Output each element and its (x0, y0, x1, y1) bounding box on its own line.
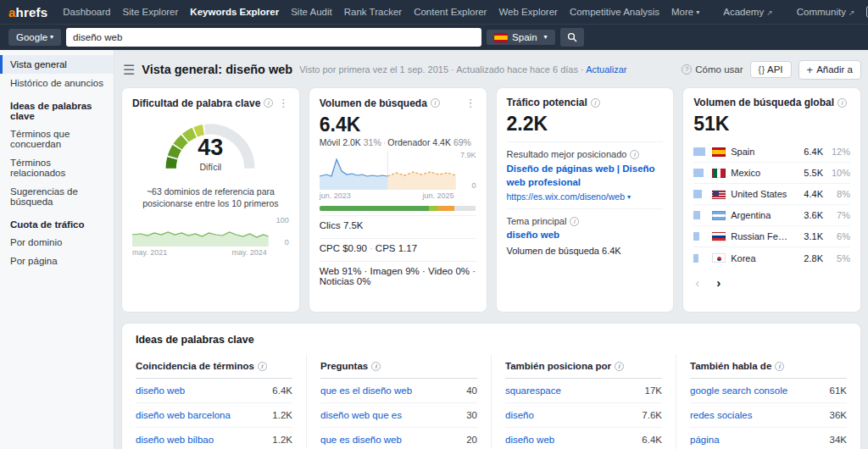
plus-icon (807, 64, 814, 76)
info-icon[interactable] (775, 362, 784, 371)
sidebar-item-matching-terms[interactable]: Términos que concuerdan (0, 125, 114, 153)
parent-topic-label: Tema principal (507, 216, 664, 226)
table-row: diseño web barcelona1.2K (136, 403, 292, 428)
divider (507, 141, 664, 142)
keyword-link[interactable]: página (690, 435, 720, 445)
card-title: Dificultad de palabra clave (132, 97, 260, 109)
country-name[interactable]: Mexico (731, 168, 789, 178)
sidebar-item-ads-history[interactable]: Histórico de anuncios (0, 74, 114, 92)
keyword-link[interactable]: diseño web (136, 385, 185, 396)
country-dropdown[interactable]: Spain (487, 30, 554, 45)
menu-icon[interactable] (123, 62, 135, 78)
table-row: diseño web6.4K (136, 379, 292, 403)
api-button[interactable]: API (750, 61, 792, 78)
keyword-link[interactable]: diseño web (505, 435, 554, 445)
keyword-link[interactable]: google search console (690, 385, 787, 396)
main-content: Vista general: diseño web Visto por prim… (114, 50, 868, 449)
info-icon[interactable] (837, 98, 847, 108)
search-volume-value: 6.4K (320, 114, 476, 136)
keyword-difficulty-card: Dificultad de palabra clave 43 (121, 87, 300, 313)
spain-flag-icon (494, 33, 508, 42)
russia-flag-icon (712, 232, 726, 241)
cpc-cps-row: CPC $0.90·CPS 1.17 (320, 238, 476, 257)
nav-item-competitive-analysis[interactable]: Competitive Analysis (570, 7, 659, 17)
spain-flag-icon (712, 147, 726, 157)
keyword-link[interactable]: redes sociales (690, 410, 753, 420)
info-icon[interactable] (591, 98, 600, 108)
info-icon[interactable] (264, 98, 273, 108)
prev-page-icon[interactable]: ‹ (695, 276, 699, 289)
refresh-link[interactable]: Actualizar (586, 64, 626, 75)
question-icon (682, 64, 692, 75)
united-states-flag-icon (712, 190, 726, 199)
keyword-link[interactable]: que es diseño web (320, 435, 402, 445)
code-braces-icon (759, 64, 764, 75)
parent-topic-link[interactable]: diseño web (507, 230, 560, 240)
keyword-link[interactable]: diseño web bilbao (136, 435, 214, 445)
sidebar-item-overview[interactable]: Vista general (0, 55, 114, 74)
sidebar-section-traffic-share: Cuota de tráfico (0, 211, 114, 233)
nav-item-site-explorer[interactable]: Site Explorer (123, 7, 179, 17)
sidebar-item-search-suggestions[interactable]: Sugerencias de búsqueda (0, 182, 114, 211)
keyword-search-bar: Google Spain (0, 24, 868, 50)
info-icon[interactable] (258, 362, 267, 371)
country-name[interactable]: United States (731, 189, 789, 199)
traffic-potential-card: Tráfico potencial 2.2K Resultado mejor p… (496, 87, 675, 313)
nav-item-more[interactable]: More (671, 7, 699, 17)
keyword-link[interactable]: que es el diseño web (320, 385, 412, 396)
ahrefs-logo[interactable]: ahrefs (8, 5, 47, 19)
nav-item-site-audit[interactable]: Site Audit (291, 7, 332, 17)
card-menu-icon[interactable] (278, 97, 289, 109)
keyword-link[interactable]: diseño (505, 410, 534, 420)
column-also-talks-about: También habla de google search console61… (676, 354, 860, 449)
top-result-url-link[interactable]: https://es.wix.com/diseno/web (507, 191, 664, 202)
page-title: Vista general: diseño web (142, 63, 292, 76)
nav-item-web-explorer[interactable]: Web Explorer (498, 7, 557, 17)
device-split: Móvil 2.0K 31%·Ordenador 4.4K 69% (320, 137, 476, 147)
top-result-title-link[interactable]: Diseño de páginas web | Diseño web profe… (507, 163, 664, 189)
keyword-link[interactable]: squarespace (505, 385, 561, 396)
keyword-ideas-title: Ideas de palabras clave (122, 324, 860, 354)
nav-item-dashboard[interactable]: Dashboard (63, 7, 110, 17)
country-name[interactable]: Russian Federation (731, 231, 789, 241)
info-icon[interactable] (570, 217, 579, 226)
card-menu-icon[interactable] (465, 97, 476, 109)
keyword-link[interactable]: diseño web barcelona (136, 410, 231, 420)
how-to-use-button[interactable]: Cómo usar (682, 64, 743, 75)
next-page-icon[interactable]: › (716, 276, 721, 289)
nav-item-rank-tracker[interactable]: Rank Tracker (344, 7, 402, 17)
search-engine-dropdown[interactable]: Google (8, 29, 61, 46)
clicks-row[interactable]: Clics 7.5K (320, 215, 476, 234)
info-icon[interactable] (371, 362, 381, 371)
country-name[interactable]: Argentina (731, 210, 789, 220)
page-subtitle: Visto por primera vez el 1 sep. 2015 · A… (299, 64, 626, 75)
nav-item-academy[interactable]: Academy (723, 7, 772, 17)
keyword-link[interactable]: diseño web que es (320, 410, 402, 420)
country-name[interactable]: Spain (731, 147, 789, 157)
search-button[interactable] (560, 28, 584, 47)
info-icon[interactable] (630, 150, 639, 159)
column-also-ranks-for: También posiciona por squarespace17K dis… (492, 354, 676, 449)
nav-item-content-explorer[interactable]: Content Explorer (414, 7, 487, 17)
nav-item-community[interactable]: Community (797, 7, 855, 17)
country-name[interactable]: Korea (731, 253, 789, 263)
sidebar-item-by-page[interactable]: Por página (0, 252, 114, 270)
sidebar-item-by-domain[interactable]: Por dominio (0, 233, 114, 252)
nav-item-keywords-explorer[interactable]: Keywords Explorer (190, 7, 279, 17)
search-icon (567, 32, 577, 42)
korea-flag-icon (712, 253, 726, 263)
search-volume-card: Volumen de búsqueda 6.4K Móvil 2.0K 31%·… (309, 87, 487, 313)
add-to-button[interactable]: Añadir a (798, 60, 861, 80)
card-title: Tráfico potencial (507, 97, 587, 108)
country-row-mexico: Mexico 5.5K10% (693, 163, 850, 184)
table-row: diseño7.6K (505, 403, 662, 428)
sidebar-section-keyword-ideas: Ideas de palabras clave (0, 92, 114, 125)
column-matching-terms: Coincidencia de términos diseño web6.4K … (122, 354, 307, 449)
difficulty-gauge: 43 Difícil (155, 114, 265, 177)
info-icon[interactable] (615, 362, 624, 371)
sidebar-item-related-terms[interactable]: Términos relacionados (0, 153, 114, 182)
info-icon[interactable] (431, 98, 440, 108)
top-result-label: Resultado mejor posicionado (507, 149, 664, 159)
keyword-search-input[interactable] (66, 28, 481, 47)
country-row-spain: Spain 6.4K12% (693, 141, 850, 163)
